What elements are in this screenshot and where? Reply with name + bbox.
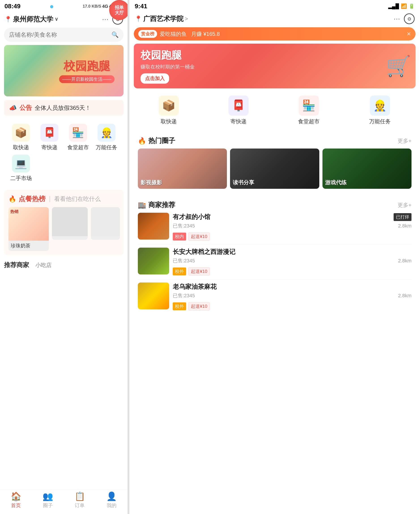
nav-mine-left[interactable]: 👤 我的	[106, 492, 117, 509]
merchant-icon: 🏬	[138, 201, 146, 209]
service-send-right[interactable]: 📮 寄快递	[228, 96, 249, 125]
hot-circles-more[interactable]: 更多+	[398, 137, 412, 144]
circle-card-reading[interactable]: 读书分享	[230, 149, 319, 189]
location-right[interactable]: 📍 广西艺术学院 >	[135, 14, 188, 23]
circles-row: 影视摄影 读书分享 游戏代练	[138, 149, 412, 189]
earning-close-button[interactable]: ✕	[407, 31, 411, 37]
nav-home-left[interactable]: 🏠 首页	[11, 492, 21, 509]
hero-text-block: 校园跑腿 赚取在校时期的第一桶金 点击加入	[141, 48, 195, 84]
scan-icon-right: ⊙	[407, 16, 411, 22]
hotrank-card-2[interactable]	[52, 207, 88, 240]
search-bar-left[interactable]: 🔍	[4, 28, 124, 42]
nav-circle-left[interactable]: 👥 圈子	[43, 492, 53, 509]
hotrank-fire-icon: 🔥	[8, 195, 16, 203]
top-bar-left: 📍 泉州师范大学 ∨ ··· ⊙	[0, 12, 128, 28]
signal-icon-right: 📶	[401, 3, 407, 9]
service-task-left[interactable]: 👷 万能任务	[94, 124, 119, 151]
merchant-card-1[interactable]: 有才叔的小馆 已打烊 已售:2345 2.8km 校内 起送¥10	[138, 213, 412, 245]
service-pickup-right[interactable]: 📦 取快递	[159, 96, 179, 125]
hot-circles-header: 🔥 热门圈子 更多+	[138, 136, 412, 145]
merchant-distance-1: 2.8km	[398, 223, 412, 229]
phone-left: 08:49 17.0 KB/S 4G 4G 84 📍 泉州师范大学 ∨ ··· …	[0, 0, 128, 514]
top-bar-right: 📍 广西艺术学院 > ··· ⊙	[129, 12, 420, 27]
service-label-pickup-left: 取快递	[13, 144, 29, 151]
badge-delivery-3: 起送¥10	[188, 302, 210, 311]
merchant-card-2[interactable]: 长安大牌档之西游漫记 已售:2345 2.8km 校外 起送¥10	[138, 248, 412, 279]
hotrank-subtitle-left: 看看他们在吃什么	[54, 195, 101, 203]
nav-order-left[interactable]: 📋 订单	[75, 492, 85, 509]
badge-campus-out-3: 校外	[173, 302, 186, 310]
hotrank-card-1[interactable]: 热销 珍珠奶茶	[8, 207, 49, 251]
merchant-card-3[interactable]: 老乌家油茶麻花 已售:2345 2.8km 校外 起送¥10	[138, 283, 412, 311]
scroll-content-left: 🔍 🧑‍💼 校园跑腿 ——开启新校园生活—— 📣 公告 全体人员放假365天！ …	[0, 28, 128, 514]
services-right: 📦 取快递 📮 寄快递 🏪 食堂超市 👷 万能任务	[134, 92, 416, 129]
mine-icon-left: 👤	[106, 492, 117, 501]
recommend-title-left: 推荐商家	[4, 261, 29, 268]
location-pin-right: 📍	[135, 15, 142, 22]
merchant-badges-2: 校外 起送¥10	[173, 267, 412, 276]
merchant-badges-3: 校外 起送¥10	[173, 302, 412, 311]
notice-bar-left: 📣 公告 全体人员放假365天！	[4, 100, 124, 116]
hotrank-card-label-3	[91, 236, 120, 240]
service-label-send-right: 寄快递	[231, 118, 247, 125]
hotrank-title-left: 点餐热榜	[19, 194, 45, 203]
location-text-left: 泉州师范大学	[13, 15, 53, 24]
service-canteen-left[interactable]: 🏪 食堂超市	[66, 124, 91, 151]
merchant-info-3: 老乌家油茶麻花 已售:2345 2.8km 校外 起送¥10	[173, 283, 412, 311]
location-text-right: 广西艺术学院	[143, 14, 183, 23]
hero-subtitle-right: 赚取在校时期的第一桶金	[141, 64, 195, 70]
merchant-distance-3: 2.8km	[398, 293, 412, 298]
circle-icon-left: 👥	[43, 492, 53, 501]
merchant-more[interactable]: 更多+	[398, 201, 412, 209]
service-canteen-right[interactable]: 🏪 食堂超市	[298, 96, 320, 125]
hot-circles-right: 🔥 热门圈子 更多+ 影视摄影 读书分享 游	[134, 132, 416, 193]
service-market-left[interactable]: 💻 二手市场	[8, 155, 34, 182]
status-bar-left: 08:49 17.0 KB/S 4G 4G 84	[0, 0, 128, 12]
merchant-img-1	[138, 213, 169, 239]
bottom-nav-left: 🏠 首页 👥 圈子 📋 订单 👤 我的	[0, 489, 128, 514]
service-send-left[interactable]: 📮 寄快递	[37, 124, 62, 151]
banner-left: 🧑‍💼 校园跑腿 ——开启新校园生活——	[4, 45, 124, 97]
circle-card-game[interactable]: 游戏代练	[322, 149, 412, 189]
hero-graphic: 🛒	[386, 54, 411, 78]
hotrank-header-left: 🔥 点餐热榜 看看他们在吃什么 招单大厅	[8, 194, 119, 203]
service-icon-market-left: 💻	[12, 155, 30, 172]
merchant-badges-1: 校内 起送¥10	[173, 232, 412, 241]
merchant-name-3: 老乌家油茶麻花	[173, 283, 217, 291]
merchant-distance-2: 2.8km	[398, 258, 412, 264]
nav-circle-label-left: 圈子	[43, 502, 53, 509]
merchant-name-1: 有才叔的小馆	[173, 213, 210, 221]
location-left[interactable]: 📍 泉州师范大学 ∨	[4, 15, 58, 24]
badge-campus-out-2: 校外	[173, 268, 186, 275]
more-button-right[interactable]: ···	[394, 15, 400, 22]
service-label-send-left: 寄快递	[41, 144, 58, 151]
scan-button-right[interactable]: ⊙	[404, 13, 415, 24]
hero-join-button[interactable]: 点击加入	[141, 73, 169, 84]
merchant-sales-2: 已售:2345	[173, 257, 195, 264]
merchant-tag-opened-1: 已打烊	[394, 213, 412, 221]
badge-delivery-1: 起送¥10	[188, 232, 210, 241]
banner-content-left: 校园跑腿 ——开启新校园生活——	[59, 58, 115, 83]
service-label-canteen-left: 食堂超市	[67, 144, 89, 151]
service-icon-send-left: 📮	[40, 124, 58, 142]
circle-card-film[interactable]: 影视摄影	[138, 149, 227, 189]
status-dot-left	[50, 3, 53, 10]
search-input-left[interactable]	[9, 31, 109, 38]
service-pickup-left[interactable]: 📦 取快递	[8, 124, 34, 151]
service-icon-pickup-right: 📦	[159, 96, 179, 116]
service-task-right[interactable]: 👷 万能任务	[369, 96, 391, 125]
merchant-sales-3: 已售:2345	[173, 292, 195, 299]
notice-label-left: 公告	[19, 104, 32, 112]
earning-badge: 赏金榜	[138, 30, 157, 38]
hero-title-right: 校园跑腿	[141, 48, 195, 62]
more-button-left[interactable]: ···	[102, 16, 109, 23]
service-icon-pickup-left: 📦	[12, 124, 30, 142]
service-label-market-left: 二手市场	[10, 175, 32, 182]
chevron-down-left: ∨	[55, 16, 58, 22]
hotrank-card-label-2	[52, 236, 88, 240]
status-bar-right: 9:41 ▂▄█ 📶 🔋	[129, 0, 420, 12]
badge-delivery-2: 起送¥10	[188, 267, 210, 276]
merchant-info-2: 长安大牌档之西游漫记 已售:2345 2.8km 校外 起送¥10	[173, 248, 412, 276]
hotrank-card-3[interactable]	[91, 207, 120, 240]
merchant-title-text: 商家推荐	[148, 201, 175, 209]
